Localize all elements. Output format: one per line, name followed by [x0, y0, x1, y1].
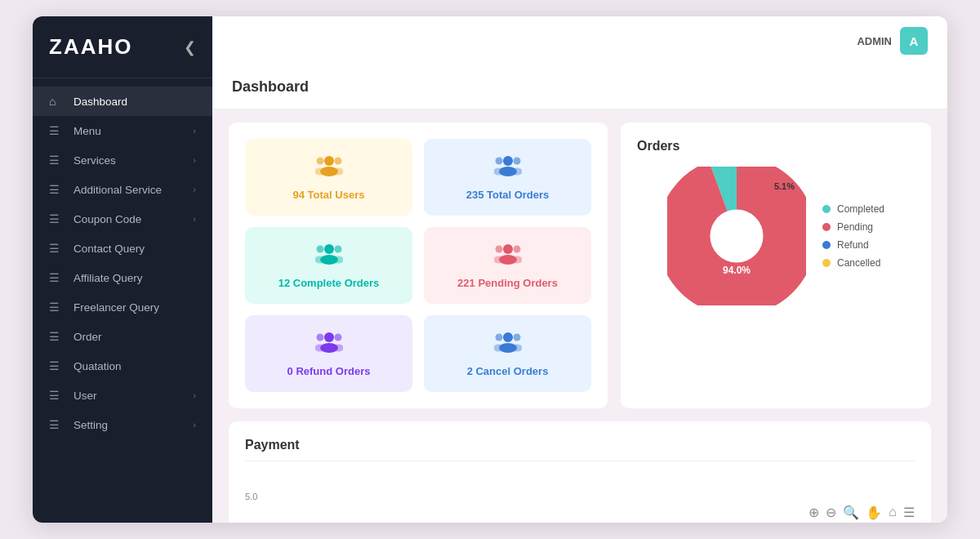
stat-icon-complete-orders — [315, 242, 343, 270]
svg-point-0 — [324, 156, 334, 166]
chart-ctrl-3[interactable]: ✋ — [866, 505, 882, 520]
nav-arrow-coupon-code: › — [193, 214, 196, 224]
legend-item-cancelled: Cancelled — [822, 257, 884, 269]
sidebar-item-dashboard[interactable]: ⌂ Dashboard — [33, 87, 212, 116]
chart-ctrl-1[interactable]: ⊖ — [826, 505, 836, 520]
stat-card-refund-orders[interactable]: 0 Refund Orders — [245, 315, 412, 392]
legend-item-completed: Completed — [822, 203, 884, 215]
svg-point-16 — [316, 246, 323, 253]
sidebar: ZAAHO ❮ ⌂ Dashboard ☰ Menu › ☰ Services … — [33, 16, 212, 523]
chart-ctrl-0[interactable]: ⊕ — [808, 505, 819, 520]
sidebar-item-order[interactable]: ☰ Order — [33, 322, 212, 351]
nav-icon-services: ☰ — [49, 154, 65, 167]
nav-arrow-services: › — [193, 155, 196, 165]
sidebar-label-user: User — [74, 390, 193, 402]
sidebar-item-user[interactable]: ☰ User › — [33, 381, 212, 410]
nav-icon-freelancer-query: ☰ — [49, 301, 65, 314]
nav-icon-dashboard: ⌂ — [49, 95, 65, 108]
sidebar-item-menu[interactable]: ☰ Menu › — [33, 116, 212, 145]
sidebar-label-freelancer-query: Freelancer Query — [74, 301, 196, 314]
chart-ctrl-4[interactable]: ⌂ — [889, 505, 897, 520]
topbar-avatar[interactable]: A — [900, 27, 928, 55]
svg-point-20 — [513, 246, 520, 253]
svg-point-26 — [334, 334, 341, 341]
sidebar-item-additional-service[interactable]: ☰ Additional Service › — [33, 175, 212, 204]
orders-title: Orders — [637, 139, 915, 154]
legend-item-refund: Refund — [822, 239, 884, 251]
legend-dot-refund — [822, 241, 831, 249]
svg-point-10 — [495, 158, 502, 165]
stat-label-cancel-orders: 2 Cancel Orders — [467, 365, 549, 377]
sidebar-item-coupon-code[interactable]: ☰ Coupon Code › — [33, 204, 212, 234]
sidebar-label-menu: Menu — [74, 125, 193, 137]
svg-point-28 — [316, 334, 323, 341]
nav-icon-quatation: ☰ — [49, 359, 65, 372]
sidebar-item-freelancer-query[interactable]: ☰ Freelancer Query — [33, 292, 212, 322]
legend-label-completed: Completed — [837, 203, 884, 215]
topbar: ADMIN A — [212, 16, 947, 65]
sidebar-item-quatation[interactable]: ☰ Quatation — [33, 351, 212, 381]
stat-card-pending-orders[interactable]: 221 Pending Orders — [424, 227, 591, 304]
stat-card-total-orders[interactable]: 235 Total Orders — [424, 139, 591, 216]
stat-card-complete-orders[interactable]: 12 Complete Orders — [245, 227, 412, 304]
svg-point-34 — [495, 334, 502, 341]
legend-dot-pending — [822, 223, 831, 231]
nav-arrow-additional-service: › — [193, 185, 196, 194]
nav-icon-coupon-code: ☰ — [49, 212, 65, 225]
topbar-user: ADMIN A — [857, 27, 928, 55]
pie-chart-wrapper: 94.0% 5.1% — [667, 167, 806, 305]
sidebar-label-setting: Setting — [74, 419, 193, 431]
sidebar-item-setting[interactable]: ☰ Setting › — [33, 410, 212, 439]
svg-point-24 — [324, 332, 334, 342]
stat-label-pending-orders: 221 Pending Orders — [457, 277, 558, 289]
legend-label-cancelled: Cancelled — [837, 257, 880, 269]
nav-icon-user: ☰ — [49, 389, 65, 402]
legend-dot-cancelled — [822, 259, 831, 267]
sidebar-label-additional-service: Additional Service — [74, 184, 193, 196]
sidebar-collapse-button[interactable]: ❮ — [184, 38, 196, 56]
stat-card-total-users[interactable]: 94 Total Users — [245, 139, 412, 216]
nav-icon-affiliate-query: ☰ — [49, 271, 65, 284]
stat-icon-refund-orders — [315, 330, 343, 359]
nav-arrow-user: › — [193, 390, 196, 400]
pie-label-pending: 94.0% — [723, 265, 751, 276]
svg-point-6 — [503, 156, 513, 166]
sidebar-logo: ZAAHO ❮ — [33, 16, 212, 78]
sidebar-label-contact-query: Contact Query — [74, 243, 196, 255]
sidebar-label-coupon-code: Coupon Code — [74, 213, 193, 225]
sidebar-item-contact-query[interactable]: ☰ Contact Query — [33, 234, 212, 263]
stat-icon-cancel-orders — [494, 330, 522, 359]
payment-y-label: 5.0 — [245, 488, 257, 501]
svg-point-18 — [503, 244, 513, 254]
chart-ctrl-5[interactable]: ☰ — [903, 505, 915, 520]
stat-icon-pending-orders — [494, 242, 522, 270]
nav-icon-menu: ☰ — [49, 124, 65, 137]
main-area: ADMIN A Dashboard 94 Total Use — [212, 16, 947, 523]
stat-card-cancel-orders[interactable]: 2 Cancel Orders — [424, 315, 591, 392]
sidebar-nav: ⌂ Dashboard ☰ Menu › ☰ Services › ☰ Addi… — [33, 78, 212, 448]
stat-icon-total-orders — [494, 154, 522, 182]
app-wrapper: ZAAHO ❮ ⌂ Dashboard ☰ Menu › ☰ Services … — [33, 16, 947, 523]
pie-label-other: 5.1% — [774, 181, 795, 191]
svg-point-32 — [513, 334, 520, 341]
svg-point-12 — [324, 244, 334, 254]
sidebar-item-services[interactable]: ☰ Services › — [33, 145, 212, 175]
nav-icon-additional-service: ☰ — [49, 183, 65, 196]
legend-dot-completed — [822, 205, 831, 213]
chart-ctrl-2[interactable]: 🔍 — [843, 505, 859, 520]
svg-point-14 — [334, 246, 341, 253]
sidebar-label-affiliate-query: Affiliate Query — [74, 272, 196, 284]
svg-point-4 — [316, 158, 323, 165]
nav-icon-setting: ☰ — [49, 418, 65, 431]
stat-label-total-users: 94 Total Users — [293, 189, 365, 201]
payment-title: Payment — [245, 438, 915, 452]
chart-container: 94.0% 5.1% Completed Pending Refund Canc… — [637, 167, 915, 305]
page-title: Dashboard — [232, 78, 928, 96]
legend-label-pending: Pending — [837, 221, 873, 233]
sidebar-label-dashboard: Dashboard — [74, 96, 196, 108]
svg-point-8 — [513, 158, 520, 165]
payment-chart-controls: ⊕⊖🔍✋⌂☰ — [245, 501, 915, 520]
payment-chart-area: 5.0 — [245, 461, 915, 501]
sidebar-item-affiliate-query[interactable]: ☰ Affiliate Query — [33, 263, 212, 292]
content-area: Dashboard 94 Total Users — [212, 65, 947, 523]
